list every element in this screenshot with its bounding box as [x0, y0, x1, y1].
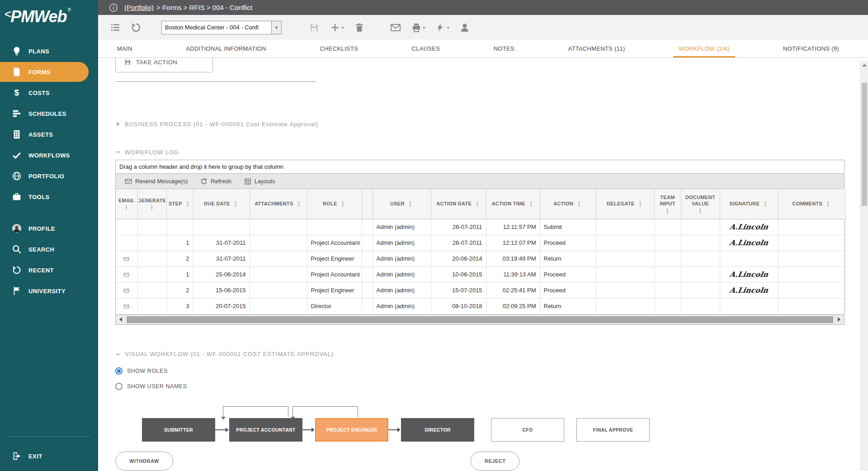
column-menu-icon[interactable]: ⋮ [149, 205, 155, 210]
chevron-down-icon[interactable]: ▾ [271, 21, 281, 34]
add-record-icon[interactable] [330, 22, 340, 33]
vertical-scrollbar-thumb[interactable] [862, 83, 867, 206]
workflow-log-row[interactable]: 125-06-2014Project AccountantAdmin (admi… [116, 266, 845, 282]
show-roles-option[interactable]: SHOW ROLES [115, 367, 844, 375]
sidebar-item-forms[interactable]: FORMS [0, 62, 89, 82]
workflow-node-cfo[interactable]: CFO [491, 418, 564, 442]
column-header-signature[interactable]: SIGNATURE⋮ [720, 189, 778, 219]
column-menu-icon[interactable]: ⋮ [296, 201, 302, 207]
radio-selected-icon[interactable] [115, 367, 123, 375]
show-user-names-option[interactable]: SHOW USER NAMES [115, 383, 844, 390]
sidebar-item-exit[interactable]: EXIT [0, 446, 98, 466]
sidebar-item-plans[interactable]: PLANS [0, 41, 98, 62]
radio-unselected-icon[interactable] [115, 383, 123, 390]
sidebar-item-schedules[interactable]: SCHEDULES [0, 103, 98, 124]
column-header-action-time[interactable]: ACTION TIME⋮ [486, 189, 540, 219]
visual-workflow-section-header[interactable]: − VISUAL WORKFLOW (01 - WF-000001 COST E… [115, 350, 844, 358]
horizontal-scrollbar[interactable] [116, 314, 844, 324]
workflow-node-submitter[interactable]: SUBMITTER [142, 418, 215, 442]
sidebar-item-tools[interactable]: TOOLS [0, 186, 98, 207]
actions-bolt-icon[interactable] [435, 22, 446, 33]
tab-checklists[interactable]: CHECKLISTS [314, 40, 363, 57]
workflow-node-project-engineer[interactable]: PROJECT ENGINEER [315, 418, 388, 442]
layouts-button[interactable]: Layouts [240, 176, 280, 187]
sidebar-item-workflows[interactable]: WORKFLOWS [0, 145, 98, 166]
sidebar-item-profile[interactable]: PROFILE [0, 218, 98, 239]
column-menu-icon[interactable]: ⋮ [576, 201, 582, 207]
column-menu-icon[interactable]: ⋮ [637, 201, 643, 207]
column-menu-icon[interactable]: ⋮ [233, 201, 239, 207]
workflow-log-row[interactable]: Admin (admin)26-07-201112:11:57 PMSubmit… [116, 219, 845, 235]
column-header-action-date[interactable]: ACTION DATE⋮ [431, 189, 486, 219]
withdraw-button[interactable]: WITHDRAW [115, 452, 173, 471]
reject-button[interactable]: REJECT [471, 452, 519, 471]
column-menu-icon[interactable]: ⋮ [825, 201, 831, 207]
column-menu-icon[interactable]: ⋮ [340, 201, 346, 207]
refresh-button[interactable]: Refresh [196, 176, 236, 187]
tab-workflow-2-4[interactable]: WORKFLOW (2/4) [673, 40, 735, 57]
column-header-action[interactable]: ACTION⋮ [540, 189, 596, 219]
tab-notifications-9[interactable]: NOTIFICATIONS (9) [778, 40, 844, 57]
breadcrumb-portfolio-link[interactable]: (Portfolio) [124, 4, 154, 11]
sidebar-item-portfolio[interactable]: PORTFOLIO [0, 166, 98, 186]
column-menu-icon[interactable]: ⋮ [762, 201, 768, 207]
scroll-up-icon[interactable] [861, 61, 868, 69]
column-menu-icon[interactable]: ⋮ [697, 208, 703, 214]
sidebar-item-costs[interactable]: $COSTS [0, 82, 98, 103]
column-menu-icon[interactable]: ⋮ [474, 201, 480, 207]
sidebar-item-university[interactable]: UNIVERSITY [0, 281, 98, 301]
records-list-icon[interactable] [110, 22, 121, 33]
workflow-node-final-approve[interactable]: FINAL APPROVE [576, 418, 650, 442]
tab-attachments-11[interactable]: ATTACHMENTS (11) [562, 40, 630, 57]
workflow-node-project-accountant[interactable]: PROJECT ACCOUNTANT [229, 418, 302, 442]
delete-icon[interactable] [354, 22, 365, 33]
history-icon[interactable] [131, 22, 142, 33]
workflow-log-row[interactable]: 215-06-2015Project EngineerAdmin (admin)… [116, 282, 845, 298]
tab-clauses[interactable]: CLAUSES [406, 40, 445, 57]
add-record-caret-icon[interactable]: ▾ [342, 25, 344, 30]
workflow-node-director[interactable]: DIRECTOR [401, 418, 474, 442]
print-caret-icon[interactable]: ▾ [423, 25, 425, 30]
column-header-blank[interactable] [362, 189, 373, 219]
column-header-role[interactable]: ROLE⋮ [307, 189, 362, 219]
info-icon[interactable] [109, 3, 118, 12]
horizontal-scrollbar-thumb[interactable] [127, 316, 833, 323]
print-icon[interactable] [411, 22, 422, 33]
column-header-email[interactable]: EMAIL⋮ [116, 189, 137, 219]
column-header-document-value[interactable]: DOCUMENT VALUE⋮ [681, 189, 720, 219]
workflow-log-row[interactable]: 231-07-2011Project EngineerAdmin (admin)… [116, 251, 845, 266]
column-header-comments[interactable]: COMMENTS⋮ [778, 189, 845, 219]
column-header-team-input[interactable]: TEAM INPUT⋮ [654, 189, 681, 219]
record-selector[interactable]: Boston Medical Center - 004 - Confl ▾ [161, 21, 282, 34]
collapse-minus-icon[interactable]: − [115, 350, 121, 358]
column-header-step[interactable]: STEP⋮ [166, 189, 193, 219]
column-header-due-date[interactable]: DUE DATE⋮ [193, 189, 250, 219]
group-by-bar[interactable]: Drag a column header and drop it here to… [116, 160, 844, 174]
scroll-right-icon[interactable] [834, 315, 844, 324]
workflow-log-section-header[interactable]: − WORKFLOW LOG [115, 148, 844, 156]
column-header-generate[interactable]: GENERATE⋮ [137, 189, 166, 219]
sidebar-item-recent[interactable]: RECENT [0, 260, 98, 281]
workflow-log-row[interactable]: 320-07-2015DirectorAdmin (admin)08-10-20… [116, 298, 845, 314]
column-menu-icon[interactable]: ⋮ [528, 201, 534, 207]
column-header-user[interactable]: USER⋮ [373, 189, 431, 219]
take-action-button[interactable]: TAKE ACTION [115, 58, 213, 72]
sidebar-item-search[interactable]: SEARCH [0, 239, 98, 260]
workflow-log-row[interactable]: 131-07-2011Project AccountantAdmin (admi… [116, 235, 845, 251]
tab-additional-information[interactable]: ADDITIONAL INFORMATION [180, 40, 272, 57]
column-header-attachments[interactable]: ATTACHMENTS⋮ [250, 189, 307, 219]
column-menu-icon[interactable]: ⋮ [123, 205, 129, 210]
email-icon[interactable] [390, 22, 401, 33]
user-icon[interactable] [459, 22, 470, 33]
collapse-minus-icon[interactable]: − [115, 148, 121, 156]
business-process-section-header[interactable]: + BUSINESS PROCESS (01 - WF-000001 Cost … [115, 120, 844, 128]
tab-notes[interactable]: NOTES [488, 40, 520, 57]
column-menu-icon[interactable]: ⋮ [185, 201, 191, 207]
expand-plus-icon[interactable]: + [115, 120, 121, 128]
column-menu-icon[interactable]: ⋮ [407, 201, 413, 207]
sidebar-item-assets[interactable]: ASSETS [0, 124, 98, 145]
scroll-left-icon[interactable] [116, 315, 126, 324]
column-menu-icon[interactable]: ⋮ [665, 208, 670, 214]
resend-message-s-button[interactable]: Resend Message(s) [120, 176, 192, 187]
vertical-scrollbar[interactable] [860, 61, 868, 471]
